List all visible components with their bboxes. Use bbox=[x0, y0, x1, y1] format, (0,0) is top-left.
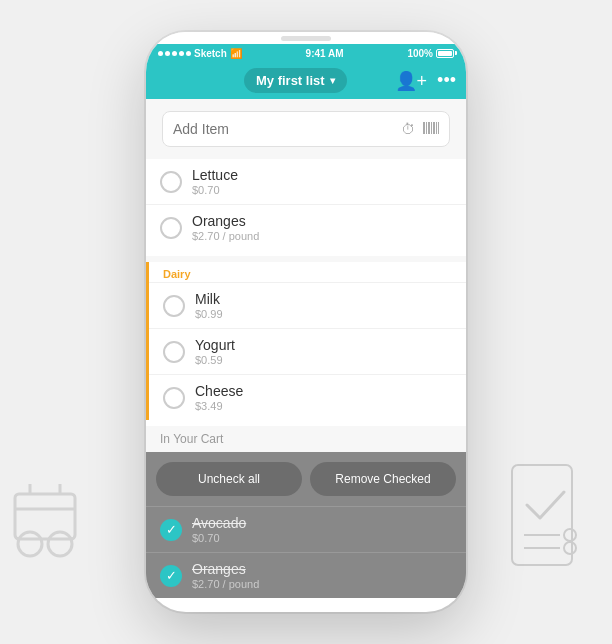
add-person-button[interactable]: 👤+ bbox=[395, 70, 428, 92]
status-bar: Sketch 📶 9:41 AM 100% bbox=[146, 44, 466, 62]
yogurt-info: Yogurt $0.59 bbox=[195, 337, 452, 366]
lettuce-info: Lettuce $0.70 bbox=[192, 167, 452, 196]
signal-dots bbox=[158, 51, 191, 56]
oranges-name: Oranges bbox=[192, 213, 452, 229]
nav-bar: My first list ▾ 👤+ ••• bbox=[146, 62, 466, 99]
clock-icon[interactable]: ⏱ bbox=[401, 121, 415, 137]
uncheck-all-button[interactable]: Uncheck all bbox=[156, 462, 302, 496]
svg-rect-6 bbox=[423, 122, 425, 134]
svg-rect-11 bbox=[436, 122, 437, 134]
svg-point-0 bbox=[18, 532, 42, 556]
battery-fill bbox=[438, 51, 452, 56]
chevron-down-icon: ▾ bbox=[330, 75, 335, 86]
check-circle-avocado[interactable]: ✓ bbox=[160, 519, 182, 541]
cheese-price: $3.49 bbox=[195, 400, 452, 412]
svg-rect-12 bbox=[438, 122, 439, 134]
item-radio-cheese[interactable] bbox=[163, 387, 185, 409]
item-radio-yogurt[interactable] bbox=[163, 341, 185, 363]
remove-checked-button[interactable]: Remove Checked bbox=[310, 462, 456, 496]
item-radio-lettuce[interactable] bbox=[160, 171, 182, 193]
yogurt-price: $0.59 bbox=[195, 354, 452, 366]
cart-section-label: In Your Cart bbox=[146, 426, 466, 452]
checked-item-avocado: ✓ Avocado $0.70 bbox=[146, 506, 466, 552]
svg-point-1 bbox=[48, 532, 72, 556]
more-icon: ••• bbox=[437, 70, 456, 90]
list-item: Cheese $3.49 bbox=[149, 374, 466, 420]
phone-top-bar bbox=[146, 32, 466, 44]
item-radio-oranges[interactable] bbox=[160, 217, 182, 239]
checked-item-oranges-cart: ✓ Oranges $2.70 / pound bbox=[146, 552, 466, 598]
status-left: Sketch 📶 bbox=[158, 48, 242, 59]
svg-rect-7 bbox=[426, 122, 427, 134]
list-item: Oranges $2.70 / pound bbox=[146, 204, 466, 250]
svg-rect-8 bbox=[428, 122, 430, 134]
oranges-cart-name: Oranges bbox=[192, 561, 259, 577]
more-options-button[interactable]: ••• bbox=[437, 70, 456, 91]
yogurt-name: Yogurt bbox=[195, 337, 452, 353]
signal-dot-3 bbox=[172, 51, 177, 56]
dairy-label: Dairy bbox=[149, 262, 466, 282]
list-title-text: My first list bbox=[256, 73, 325, 88]
lettuce-name: Lettuce bbox=[192, 167, 452, 183]
avocado-name: Avocado bbox=[192, 515, 246, 531]
milk-price: $0.99 bbox=[195, 308, 452, 320]
item-radio-milk[interactable] bbox=[163, 295, 185, 317]
list-item: Yogurt $0.59 bbox=[149, 328, 466, 374]
lettuce-price: $0.70 bbox=[192, 184, 452, 196]
add-item-icons: ⏱ bbox=[401, 120, 439, 139]
add-item-input[interactable] bbox=[173, 121, 401, 137]
right-decoration bbox=[502, 460, 592, 604]
scene: Sketch 📶 9:41 AM 100% My first list ▾ 👤+ bbox=[0, 0, 612, 644]
phone-speaker bbox=[281, 36, 331, 41]
wifi-icon: 📶 bbox=[230, 48, 242, 59]
signal-dot-1 bbox=[158, 51, 163, 56]
milk-info: Milk $0.99 bbox=[195, 291, 452, 320]
barcode-icon[interactable] bbox=[423, 120, 439, 139]
nav-actions: 👤+ ••• bbox=[395, 70, 456, 92]
svg-point-17 bbox=[564, 542, 576, 554]
battery-label: 100% bbox=[407, 48, 433, 59]
status-right: 100% bbox=[407, 48, 454, 59]
dairy-section: Dairy Milk $0.99 Yogurt $0.59 Cheese bbox=[146, 262, 466, 420]
list-item: Lettuce $0.70 bbox=[146, 159, 466, 204]
avocado-price: $0.70 bbox=[192, 532, 246, 544]
cheese-info: Cheese $3.49 bbox=[195, 383, 452, 412]
svg-rect-9 bbox=[431, 122, 432, 134]
carrier-label: Sketch bbox=[194, 48, 227, 59]
battery-icon bbox=[436, 49, 454, 58]
phone-shell: Sketch 📶 9:41 AM 100% My first list ▾ 👤+ bbox=[146, 32, 466, 612]
svg-point-15 bbox=[564, 529, 576, 541]
oranges-price: $2.70 / pound bbox=[192, 230, 452, 242]
signal-dot-2 bbox=[165, 51, 170, 56]
time-display: 9:41 AM bbox=[306, 48, 344, 59]
signal-dot-5 bbox=[186, 51, 191, 56]
cart-actions: Uncheck all Remove Checked bbox=[146, 452, 466, 506]
avocado-info: Avocado $0.70 bbox=[192, 515, 246, 544]
produce-section: Lettuce $0.70 Oranges $2.70 / pound bbox=[146, 159, 466, 250]
oranges-cart-price: $2.70 / pound bbox=[192, 578, 259, 590]
milk-name: Milk bbox=[195, 291, 452, 307]
bg-left-decoration bbox=[10, 474, 80, 564]
check-circle-oranges[interactable]: ✓ bbox=[160, 565, 182, 587]
oranges-info: Oranges $2.70 / pound bbox=[192, 213, 452, 242]
signal-dot-4 bbox=[179, 51, 184, 56]
list-item: Milk $0.99 bbox=[149, 282, 466, 328]
list-title-button[interactable]: My first list ▾ bbox=[244, 68, 347, 93]
add-person-icon: 👤+ bbox=[395, 71, 428, 91]
oranges-cart-info: Oranges $2.70 / pound bbox=[192, 561, 259, 590]
cart-area: Uncheck all Remove Checked ✓ Avocado $0.… bbox=[146, 452, 466, 598]
add-item-bar: ⏱ bbox=[162, 111, 450, 147]
svg-rect-10 bbox=[433, 122, 435, 134]
cheese-name: Cheese bbox=[195, 383, 452, 399]
